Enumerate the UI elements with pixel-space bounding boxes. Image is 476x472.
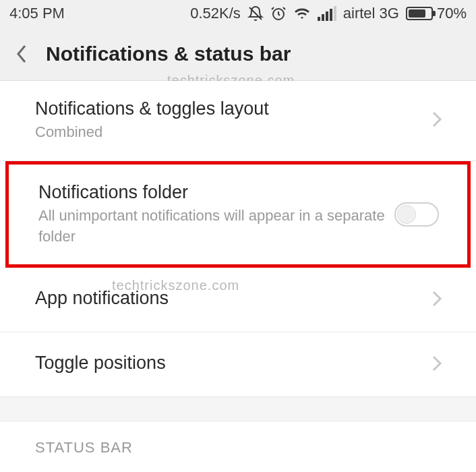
network-speed: 0.52K/s — [190, 5, 241, 22]
dnd-icon — [247, 5, 264, 22]
page-title: Notifications & status bar — [46, 42, 291, 65]
row-title: App notifications — [35, 288, 418, 309]
chevron-right-icon — [432, 111, 442, 131]
row-toggle-positions[interactable]: Toggle positions — [0, 332, 476, 397]
section-spacer — [0, 397, 476, 421]
row-subtitle: Combined — [35, 122, 418, 143]
carrier-label: airtel 3G — [343, 5, 399, 22]
chevron-right-icon — [432, 355, 442, 375]
status-time: 4:05 PM — [9, 5, 65, 22]
row-app-notifications[interactable]: App notifications — [0, 268, 476, 332]
wifi-icon — [293, 5, 311, 22]
notifications-folder-toggle[interactable] — [394, 202, 439, 227]
signal-icon — [318, 6, 336, 21]
row-subtitle: All unimportant notifications will appea… — [38, 206, 394, 247]
toggle-knob — [397, 205, 416, 224]
row-notifications-folder[interactable]: Notifications folder All unimportant not… — [9, 165, 467, 265]
section-header-statusbar: STATUS BAR — [0, 421, 476, 472]
back-button[interactable] — [15, 43, 28, 65]
row-title: Toggle positions — [35, 353, 418, 374]
row-notifications-layout[interactable]: Notifications & toggles layout Combined — [0, 81, 476, 161]
chevron-right-icon — [432, 290, 442, 310]
status-bar: 4:05 PM 0.52K/s airtel 3G 70% — [0, 0, 476, 27]
row-title: Notifications folder — [38, 182, 394, 203]
battery-percentage: 70% — [437, 5, 467, 22]
battery-icon — [406, 7, 433, 20]
highlighted-setting: Notifications folder All unimportant not… — [5, 161, 471, 268]
row-title: Notifications & toggles layout — [35, 98, 418, 119]
alarm-icon — [270, 5, 287, 22]
app-header: Notifications & status bar — [0, 27, 476, 81]
battery-indicator: 70% — [406, 5, 467, 22]
